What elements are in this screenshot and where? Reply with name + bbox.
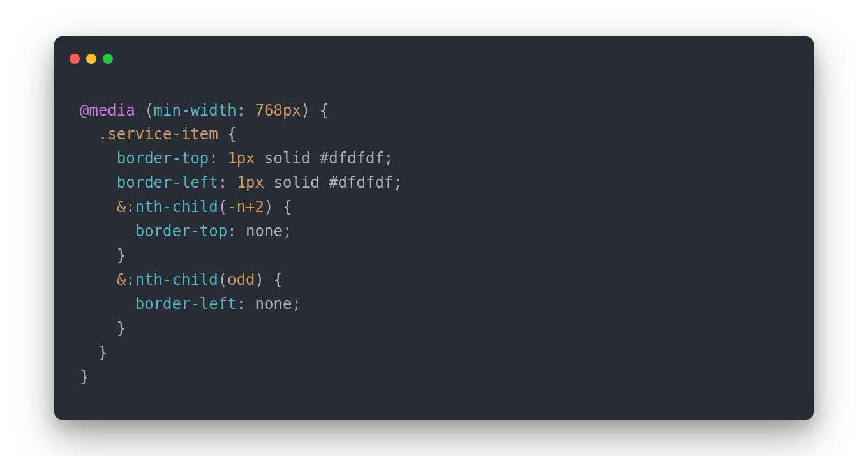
space-token	[246, 102, 255, 119]
colon-token: :	[126, 198, 135, 216]
number-token: 1px	[227, 149, 255, 167]
indent-token	[80, 125, 98, 143]
code-line: &:nth-child(-n+2) {	[80, 198, 292, 216]
ampersand-token: &	[117, 271, 126, 289]
property-token: border-left	[135, 295, 237, 313]
pseudo-class-token: nth-child	[135, 271, 218, 289]
space-token	[246, 295, 255, 313]
indent-token	[80, 149, 117, 167]
value-token: solid #dfdfdf	[255, 149, 384, 167]
colon-token: :	[218, 174, 227, 192]
value-token: none	[255, 295, 292, 313]
code-line: }	[80, 368, 89, 386]
punctuation-token: (	[218, 271, 227, 289]
brace-token: {	[218, 125, 237, 143]
punctuation-token: )	[255, 271, 264, 289]
space-token	[218, 149, 227, 167]
colon-token: :	[126, 271, 135, 289]
at-rule-token: @media	[80, 102, 135, 119]
indent-token	[80, 174, 117, 192]
punctuation-token: (	[135, 102, 154, 119]
code-block: @media (min-width: 768px) { .service-ite…	[54, 68, 814, 402]
code-line: border-top: 1px solid #dfdfdf;	[80, 149, 393, 167]
brace-token: }	[80, 368, 89, 386]
property-token: border-top	[135, 222, 228, 240]
indent-token	[80, 247, 117, 264]
colon-token: :	[237, 102, 246, 119]
space-token	[237, 222, 246, 240]
window-titlebar	[54, 36, 814, 68]
code-line: }	[80, 319, 126, 337]
semicolon-token: ;	[384, 149, 393, 167]
code-line: border-left: none;	[80, 295, 301, 313]
argument-token: odd	[227, 271, 255, 289]
code-line: border-left: 1px solid #dfdfdf;	[80, 174, 403, 192]
property-token: min-width	[154, 102, 237, 119]
code-line: border-top: none;	[80, 222, 292, 240]
code-line: }	[80, 344, 107, 361]
colon-token: :	[237, 295, 246, 313]
indent-token	[80, 271, 117, 289]
maximize-icon[interactable]	[103, 54, 113, 64]
colon-token: :	[209, 149, 218, 167]
space-token	[227, 174, 236, 192]
punctuation-token: (	[218, 198, 227, 216]
indent-token	[80, 295, 135, 313]
code-line: &:nth-child(odd) {	[80, 271, 283, 289]
number-token: 1px	[237, 174, 264, 192]
number-token: 768px	[255, 102, 301, 119]
brace-token: }	[117, 247, 126, 264]
indent-token	[80, 319, 117, 337]
semicolon-token: ;	[393, 174, 402, 192]
property-token: border-left	[117, 174, 218, 192]
property-token: border-top	[117, 149, 209, 167]
code-line: @media (min-width: 768px) {	[80, 102, 329, 119]
brace-token: }	[98, 344, 107, 361]
punctuation-token: )	[301, 102, 310, 119]
semicolon-token: ;	[292, 295, 301, 313]
punctuation-token: )	[264, 198, 273, 216]
indent-token	[80, 198, 117, 216]
brace-token: {	[273, 198, 292, 216]
code-line: .service-item {	[80, 125, 237, 143]
brace-token: }	[117, 319, 126, 337]
ampersand-token: &	[117, 198, 126, 216]
code-line: }	[80, 247, 126, 264]
value-token: solid #dfdfdf	[264, 174, 393, 192]
selector-token: .service-item	[98, 125, 218, 143]
indent-token	[80, 222, 135, 240]
argument-token: -n+2	[227, 198, 264, 216]
code-window: @media (min-width: 768px) { .service-ite…	[54, 36, 814, 420]
indent-token	[80, 344, 98, 361]
pseudo-class-token: nth-child	[135, 198, 218, 216]
minimize-icon[interactable]	[86, 54, 96, 64]
value-token: none	[246, 222, 283, 240]
close-icon[interactable]	[70, 54, 80, 64]
brace-token: {	[310, 102, 329, 119]
semicolon-token: ;	[283, 222, 292, 240]
brace-token: {	[264, 271, 283, 289]
colon-token: :	[227, 222, 236, 240]
